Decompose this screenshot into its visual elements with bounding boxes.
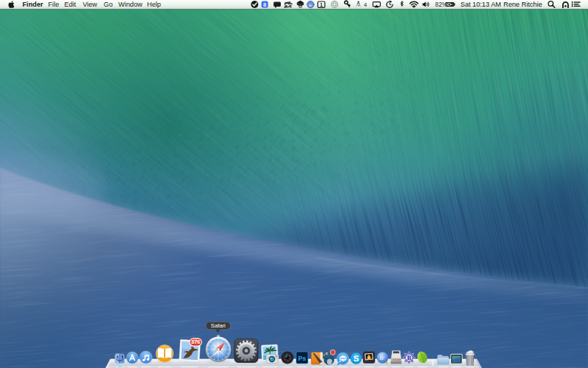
svg-text:View: View [83, 1, 98, 8]
svg-text:Sat 10:13 AM: Sat 10:13 AM [461, 1, 501, 8]
svg-text:Safari: Safari [211, 322, 226, 329]
svg-text:4: 4 [364, 1, 367, 8]
svg-text:Edit: Edit [65, 1, 76, 8]
svg-text:te: te [380, 354, 385, 361]
svg-text:Window: Window [118, 1, 143, 8]
svg-text:Finder: Finder [23, 1, 43, 8]
svg-text:376: 376 [191, 339, 200, 345]
svg-text:Help: Help [147, 1, 161, 8]
svg-text:Rene Ritchie: Rene Ritchie [503, 1, 542, 8]
svg-text:te: te [309, 2, 312, 7]
svg-text:File: File [49, 1, 60, 8]
svg-text:Ps: Ps [298, 355, 306, 362]
svg-text:8: 8 [263, 1, 266, 8]
svg-text:1: 1 [320, 2, 323, 7]
svg-text:B: B [407, 354, 412, 361]
svg-text:S: S [354, 354, 359, 363]
svg-text:Go: Go [104, 1, 112, 8]
